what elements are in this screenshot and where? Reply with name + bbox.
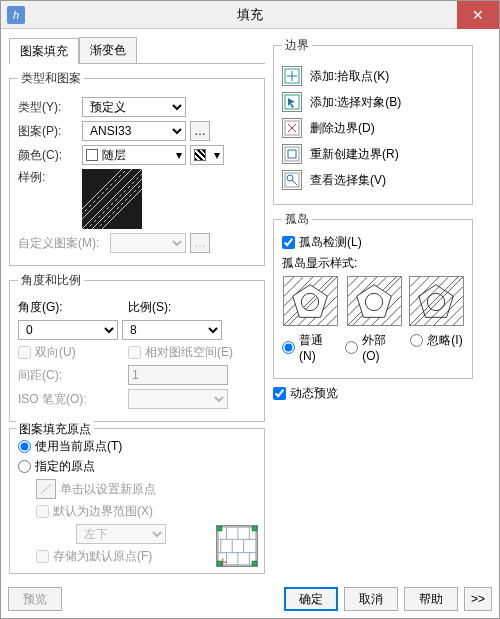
scale-label: 比例(S): — [128, 299, 171, 316]
specified-origin-radio[interactable]: 指定的原点 — [18, 458, 256, 475]
svg-rect-27 — [252, 561, 257, 566]
cancel-button[interactable]: 取消 — [344, 587, 398, 611]
click-set-origin-button — [36, 479, 56, 499]
custom-pattern-label: 自定义图案(M): — [18, 235, 106, 252]
angle-select[interactable]: 0 — [18, 320, 118, 340]
island-outer-preview[interactable] — [347, 276, 402, 326]
pattern-browse-button[interactable]: … — [190, 121, 210, 141]
svg-line-39 — [292, 180, 297, 185]
custom-pattern-select — [110, 233, 186, 253]
type-label: 类型(Y): — [18, 99, 78, 116]
dynamic-preview-checkbox[interactable]: 动态预览 — [273, 385, 473, 402]
pick-point-icon — [282, 66, 302, 86]
help-button[interactable]: 帮助 — [404, 587, 458, 611]
isopen-select — [128, 389, 228, 409]
sample-label: 样例: — [18, 169, 78, 186]
svg-rect-36 — [288, 150, 296, 158]
view-selection-button[interactable]: 查看选择集(V) — [282, 170, 464, 190]
window-title: 填充 — [1, 6, 499, 24]
color-select[interactable]: 随层▾ — [82, 145, 186, 165]
island-normal-radio[interactable]: 普通(N) — [282, 332, 339, 363]
island-detect-checkbox[interactable]: 孤岛检测(L) — [282, 234, 464, 251]
svg-rect-35 — [285, 147, 299, 161]
layer-color-select[interactable]: ▾ — [190, 145, 224, 165]
svg-rect-10 — [218, 527, 256, 565]
spacing-label: 间距(C): — [18, 367, 78, 384]
click-set-origin-label: 单击以设置新原点 — [60, 481, 156, 498]
default-bounds-checkbox: 默认为边界范围(X) — [36, 503, 256, 520]
view-selection-icon — [282, 170, 302, 190]
island-normal-preview[interactable] — [283, 276, 338, 326]
svg-rect-26 — [217, 561, 222, 566]
angle-scale-group: 角度和比例 角度(G): 比例(S): 0 8 双向(U) 相对图纸空间(E) … — [9, 272, 265, 422]
svg-rect-24 — [217, 526, 222, 531]
origin-group: 图案填充原点 使用当前原点(T) 指定的原点 单击以设置新原点 默认为边界范围(… — [9, 428, 265, 574]
spacing-input — [128, 365, 228, 385]
relpaper-checkbox: 相对图纸空间(E) — [128, 344, 233, 361]
pattern-select[interactable]: ANSI33 — [82, 121, 186, 141]
tab-hatch[interactable]: 图案填充 — [9, 38, 79, 64]
island-outer-radio[interactable]: 外部(O) — [345, 332, 403, 363]
color-label: 颜色(C): — [18, 147, 78, 164]
recreate-boundary-button[interactable]: 重新创建边界(R) — [282, 144, 464, 164]
type-pattern-legend: 类型和图案 — [18, 70, 84, 87]
ok-button[interactable]: 确定 — [284, 587, 338, 611]
recreate-boundary-icon — [282, 144, 302, 164]
type-pattern-group: 类型和图案 类型(Y): 预定义 图案(P): ANSI33 … 颜色(C): … — [9, 70, 265, 266]
svg-rect-25 — [252, 526, 257, 531]
add-select-object-button[interactable]: 添加:选择对象(B) — [282, 92, 464, 112]
island-ignore-radio[interactable]: 忽略(I) — [410, 332, 462, 349]
delete-boundary-button[interactable]: 删除边界(D) — [282, 118, 464, 138]
custom-pattern-browse: … — [190, 233, 210, 253]
svg-line-9 — [41, 484, 51, 494]
boundary-legend: 边界 — [282, 37, 312, 54]
color-value: 随层 — [102, 147, 126, 164]
island-legend: 孤岛 — [282, 211, 312, 228]
use-current-origin-radio[interactable]: 使用当前原点(T) — [18, 438, 256, 455]
boundary-group: 边界 添加:拾取点(K) 添加:选择对象(B) 删除边界(D) 重新创建边界(R… — [273, 37, 473, 205]
preview-button[interactable]: 预览 — [8, 587, 62, 611]
tabs: 图案填充 渐变色 — [9, 37, 265, 64]
double-checkbox: 双向(U) — [18, 344, 124, 361]
sample-preview[interactable] — [82, 169, 142, 229]
type-select[interactable]: 预定义 — [82, 97, 186, 117]
angle-scale-legend: 角度和比例 — [18, 272, 84, 289]
island-group: 孤岛 孤岛检测(L) 孤岛显示样式: 普通(N) 外部(O) 忽略(I) — [273, 211, 473, 379]
add-pick-point-button[interactable]: 添加:拾取点(K) — [282, 66, 464, 86]
delete-boundary-icon — [282, 118, 302, 138]
isopen-label: ISO 笔宽(O): — [18, 391, 98, 408]
pattern-label: 图案(P): — [18, 123, 78, 140]
island-ignore-preview[interactable] — [409, 276, 464, 326]
island-style-label: 孤岛显示样式: — [282, 255, 464, 272]
scale-select[interactable]: 8 — [122, 320, 222, 340]
angle-label: 角度(G): — [18, 299, 124, 316]
tab-gradient[interactable]: 渐变色 — [79, 37, 137, 63]
origin-position-select: 左下 — [76, 524, 166, 544]
origin-legend: 图案填充原点 — [16, 421, 94, 438]
select-object-icon — [282, 92, 302, 112]
expand-button[interactable]: >> — [464, 587, 492, 611]
origin-preview-icon — [216, 525, 258, 567]
